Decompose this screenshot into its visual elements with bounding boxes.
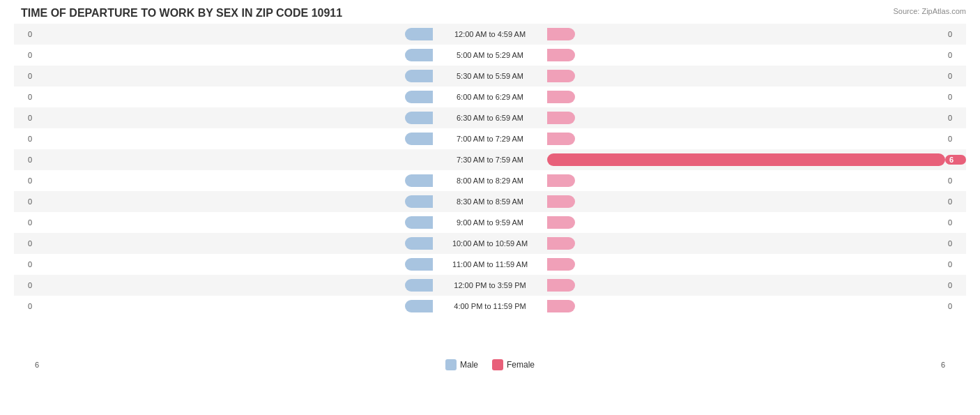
male-bar-area — [35, 233, 434, 254]
left-value: 0 — [14, 197, 35, 206]
right-value: 0 — [945, 281, 966, 289]
right-value: 6 — [945, 155, 966, 165]
chart-row: 0 5:30 AM to 5:59 AM 0 — [14, 66, 966, 86]
chart-row: 0 5:00 AM to 5:29 AM 0 — [14, 45, 966, 66]
female-bar — [547, 258, 575, 271]
axis-left-label: 6 — [35, 361, 39, 369]
left-value: 0 — [14, 239, 35, 248]
right-value: 0 — [945, 239, 966, 248]
female-bar-area — [546, 170, 945, 191]
left-value: 0 — [14, 176, 35, 185]
right-value: 0 — [945, 51, 966, 59]
left-value: 0 — [14, 156, 35, 164]
row-label: 9:00 AM to 9:59 AM — [434, 218, 546, 227]
male-bar — [405, 49, 433, 61]
chart-row: 0 7:00 AM to 7:29 AM 0 — [14, 128, 966, 149]
left-value: 0 — [14, 72, 35, 80]
male-legend-box — [445, 359, 457, 370]
female-bar-area — [546, 149, 945, 170]
chart-row: 0 6:00 AM to 6:29 AM 0 — [14, 86, 966, 107]
left-value: 0 — [14, 218, 35, 227]
source-label: Source: ZipAtlas.com — [893, 7, 966, 15]
male-bar — [405, 133, 433, 145]
row-label: 11:00 AM to 11:59 AM — [434, 260, 546, 269]
row-label: 12:00 PM to 3:59 PM — [434, 281, 546, 289]
right-value: 0 — [945, 135, 966, 143]
female-bar-area — [546, 275, 945, 296]
left-value: 0 — [14, 302, 35, 310]
male-legend-label: Male — [460, 360, 478, 370]
legend-female: Female — [492, 359, 535, 370]
male-bar-area — [35, 24, 434, 45]
female-bar — [547, 174, 575, 187]
bottom-area: 6 Male Female 6 — [14, 356, 966, 370]
male-bar — [405, 216, 433, 229]
male-bar — [405, 258, 433, 271]
chart-row: 0 8:00 AM to 8:29 AM 0 — [14, 170, 966, 191]
row-label: 4:00 PM to 11:59 PM — [434, 302, 546, 310]
female-bar — [547, 300, 575, 312]
row-label: 8:30 AM to 8:59 AM — [434, 197, 546, 206]
right-value: 0 — [945, 176, 966, 185]
right-value: 0 — [945, 72, 966, 80]
female-bar-area — [546, 212, 945, 233]
female-bar — [547, 112, 575, 124]
male-bar — [405, 28, 433, 40]
female-bar-area — [546, 296, 945, 317]
male-bar-area — [35, 191, 434, 212]
chart-row: 0 12:00 AM to 4:59 AM 0 — [14, 24, 966, 45]
female-bar — [547, 49, 575, 61]
female-bar — [547, 70, 575, 82]
female-legend-label: Female — [507, 360, 535, 370]
male-bar — [405, 91, 433, 103]
left-value: 0 — [14, 260, 35, 269]
female-bar — [547, 133, 575, 145]
chart-title: TIME OF DEPARTURE TO WORK BY SEX IN ZIP … — [14, 7, 966, 20]
row-label: 10:00 AM to 10:59 AM — [434, 239, 546, 248]
left-value: 0 — [14, 114, 35, 122]
right-value: 0 — [945, 260, 966, 269]
row-label: 6:00 AM to 6:29 AM — [434, 93, 546, 101]
male-bar-area — [35, 296, 434, 317]
female-bar — [547, 28, 575, 40]
chart-row: 0 8:30 AM to 8:59 AM 0 — [14, 191, 966, 212]
male-bar-area — [35, 212, 434, 233]
female-bar-area — [546, 128, 945, 149]
male-bar-area — [35, 254, 434, 275]
female-legend-box — [492, 359, 503, 370]
row-label: 5:00 AM to 5:29 AM — [434, 51, 546, 59]
left-value: 0 — [14, 281, 35, 289]
chart-row: 0 6:30 AM to 6:59 AM 0 — [14, 107, 966, 128]
right-value: 0 — [945, 197, 966, 206]
female-bar — [547, 237, 575, 250]
male-bar-area — [35, 170, 434, 191]
right-value: 0 — [945, 93, 966, 101]
row-label: 7:00 AM to 7:29 AM — [434, 135, 546, 143]
male-bar — [405, 112, 433, 124]
female-bar-area — [546, 233, 945, 254]
row-label: 8:00 AM to 8:29 AM — [434, 176, 546, 185]
male-bar — [405, 279, 433, 292]
female-bar — [547, 279, 575, 292]
row-label: 5:30 AM to 5:59 AM — [434, 72, 546, 80]
row-label: 6:30 AM to 6:59 AM — [434, 114, 546, 122]
right-value: 0 — [945, 218, 966, 227]
chart-row: 0 12:00 PM to 3:59 PM 0 — [14, 275, 966, 296]
left-value: 0 — [14, 30, 35, 38]
axis-right-label: 6 — [941, 361, 945, 369]
right-value: 0 — [945, 302, 966, 310]
male-bar — [405, 70, 433, 82]
male-bar — [405, 237, 433, 250]
female-bar — [547, 91, 575, 103]
left-value: 0 — [14, 93, 35, 101]
male-bar — [405, 174, 433, 187]
female-bar-area — [546, 191, 945, 212]
chart-row: 0 4:00 PM to 11:59 PM 0 — [14, 296, 966, 317]
female-bar-area — [546, 45, 945, 66]
male-bar-area — [35, 66, 434, 86]
female-bar — [547, 195, 575, 208]
male-bar-area — [35, 149, 434, 170]
row-label: 12:00 AM to 4:59 AM — [434, 30, 546, 38]
female-bar-area — [546, 107, 945, 128]
female-bar-area — [546, 24, 945, 45]
